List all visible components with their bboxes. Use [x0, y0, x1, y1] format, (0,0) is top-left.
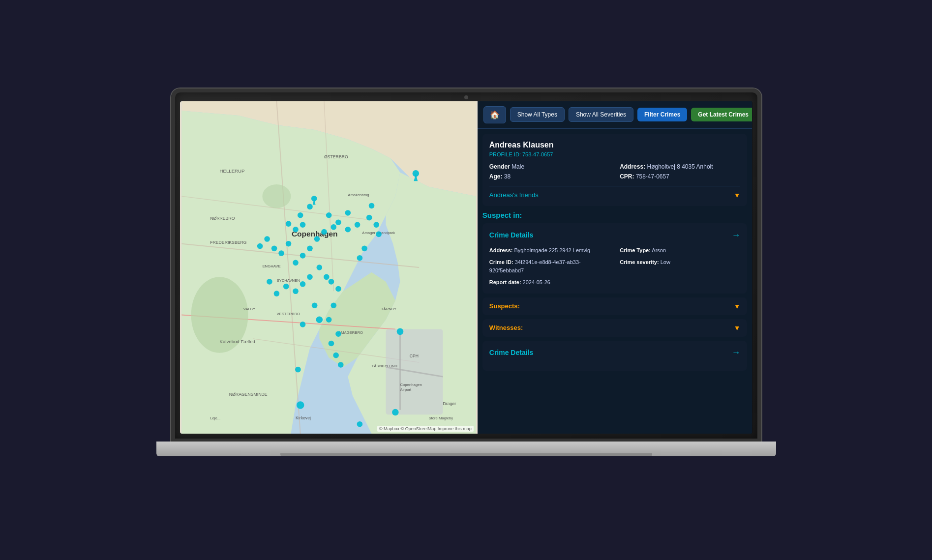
svg-point-76: [300, 322, 305, 327]
svg-point-89: [345, 210, 351, 216]
witnesses-chevron-icon: ▼: [734, 324, 741, 332]
svg-point-69: [300, 281, 305, 287]
gender-field: Gender Male: [489, 163, 610, 170]
svg-point-68: [307, 274, 313, 280]
svg-point-58: [293, 260, 299, 265]
svg-point-79: [335, 331, 341, 337]
witnesses-row[interactable]: Witnesses: ▼: [482, 319, 748, 337]
svg-point-43: [300, 222, 305, 228]
profile-id: PROFILE ID: 758-47-0657: [489, 151, 741, 157]
crime-card-title-1: Crime Details: [489, 231, 533, 239]
svg-point-74: [311, 302, 317, 308]
crime-grid-1: Address: Bygholmgade 225 2942 Lemvig Cri…: [489, 246, 741, 287]
svg-point-75: [316, 316, 323, 323]
svg-point-84: [296, 401, 303, 409]
svg-point-82: [337, 362, 343, 368]
svg-point-63: [257, 243, 263, 249]
svg-point-73: [267, 279, 272, 285]
svg-text:Dragør: Dragør: [443, 401, 456, 406]
get-latest-crimes-button[interactable]: Get Latest Crimes: [691, 108, 752, 121]
svg-text:Airport: Airport: [400, 387, 412, 392]
svg-point-50: [354, 222, 360, 228]
friends-row[interactable]: Andreas's friends ▼: [489, 186, 741, 199]
svg-point-44: [326, 212, 331, 218]
svg-point-62: [264, 236, 270, 242]
svg-text:TÅRNBY: TÅRNBY: [381, 306, 396, 311]
crime-card-1: Crime Details → Address: Bygholmgade 225…: [482, 223, 748, 294]
show-all-types-button[interactable]: Show All Types: [510, 107, 565, 122]
svg-text:AMAGERBRO: AMAGERBRO: [338, 330, 362, 335]
svg-point-48: [314, 236, 320, 242]
svg-point-64: [316, 265, 322, 270]
crime-detail-arrow-2[interactable]: →: [731, 348, 740, 358]
crime-severity-1: Crime severity: Low: [620, 258, 740, 274]
profile-name: Andreas Klausen: [489, 141, 741, 149]
map-svg: Copenhagen HELLERUP NØRREBRO FREDERIKSBE…: [180, 101, 478, 434]
camera-notch: [464, 95, 468, 99]
suspect-section: Suspect in: Crime Details → Address: Byg…: [478, 211, 752, 434]
map-attribution: © Mapbox © OpenStreetMap Improve this ma…: [377, 426, 474, 432]
svg-point-56: [307, 245, 313, 251]
svg-point-83: [295, 366, 301, 372]
svg-text:Amalienbrog: Amalienbrog: [348, 193, 369, 197]
svg-point-66: [324, 274, 330, 280]
svg-text:CPH: CPH: [409, 354, 418, 358]
svg-point-67: [335, 286, 341, 292]
svg-text:Copenhagen: Copenhagen: [291, 230, 337, 238]
right-panel: 🏠 Show All Types Show All Severities Fil…: [478, 101, 752, 434]
svg-text:ØSTERBRO: ØSTERBRO: [324, 154, 348, 159]
svg-point-57: [300, 253, 305, 259]
witnesses-label: Witnesses:: [489, 324, 523, 331]
svg-point-59: [285, 240, 291, 246]
crime-card-2: Crime Details →: [482, 341, 748, 371]
toolbar: 🏠 Show All Types Show All Severities Fil…: [478, 101, 752, 129]
svg-point-87: [396, 328, 403, 335]
friends-label: Andreas's friends: [489, 191, 539, 199]
svg-text:Kirkevej: Kirkevej: [296, 415, 311, 420]
show-all-severities-button[interactable]: Show All Severities: [569, 107, 633, 122]
svg-point-41: [285, 221, 291, 227]
map-panel: Copenhagen HELLERUP NØRREBRO FREDERIKSBE…: [180, 101, 478, 434]
svg-point-52: [373, 222, 379, 228]
svg-point-54: [361, 245, 367, 251]
svg-text:ENGHAVE: ENGHAVE: [262, 264, 280, 268]
age-field: Age: 38: [489, 173, 610, 180]
suspects-label: Suspects:: [489, 302, 520, 310]
crime-report-date-1: Report date: 2024-05-26: [489, 278, 610, 287]
svg-point-45: [335, 219, 341, 225]
svg-text:NØRAGENSMINDE: NØRAGENSMINDE: [229, 391, 267, 396]
home-button[interactable]: 🏠: [483, 106, 506, 123]
crime-card-header-1: Crime Details →: [489, 230, 741, 240]
svg-text:TÅRNBYLUND: TÅRNBYLUND: [371, 363, 397, 368]
svg-text:NØRREBRO: NØRREBRO: [210, 216, 235, 221]
svg-point-78: [326, 317, 331, 323]
svg-point-65: [328, 279, 334, 285]
laptop-base: [156, 442, 776, 456]
svg-text:HELLERUP: HELLERUP: [219, 168, 244, 173]
suspects-chevron-icon: ▼: [734, 302, 741, 310]
svg-point-88: [368, 203, 374, 208]
address-field: Address: Høgholtvej 8 4035 Anholt: [620, 163, 740, 170]
svg-point-8: [262, 184, 291, 208]
crime-address-1: Address: Bygholmgade 225 2942 Lemvig: [489, 246, 610, 255]
cpr-field: CPR: 758-47-0657: [620, 173, 740, 180]
svg-point-47: [321, 229, 327, 235]
svg-point-71: [283, 283, 289, 289]
svg-point-81: [333, 352, 339, 358]
svg-point-55: [357, 255, 362, 261]
crime-type-1: Crime Type: Arson: [620, 246, 740, 255]
crime-card-title-2: Crime Details: [489, 349, 533, 356]
crime-detail-arrow-1[interactable]: →: [731, 230, 740, 240]
svg-point-86: [357, 421, 362, 427]
svg-text:SYDHAVNEN: SYDHAVNEN: [276, 278, 300, 282]
svg-text:Store Magleby: Store Magleby: [428, 416, 453, 420]
svg-point-77: [331, 302, 336, 308]
svg-text:VALBY: VALBY: [243, 306, 255, 311]
suspects-row[interactable]: Suspects: ▼: [482, 297, 748, 315]
svg-point-85: [392, 409, 399, 415]
svg-point-80: [328, 340, 334, 346]
svg-point-49: [345, 226, 351, 232]
svg-point-60: [278, 250, 284, 256]
suspect-title: Suspect in:: [482, 211, 748, 219]
filter-crimes-button[interactable]: Filter Crimes: [637, 108, 687, 121]
